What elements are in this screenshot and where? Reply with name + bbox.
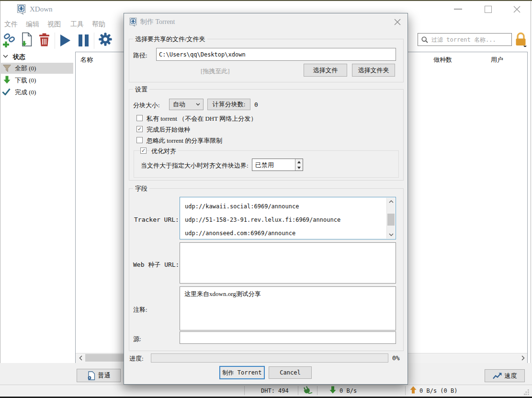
download-arrow-icon xyxy=(3,76,11,84)
private-torrent-checkbox[interactable] xyxy=(136,115,143,121)
source-input[interactable] xyxy=(180,332,396,343)
calc-pieces-button[interactable]: 计算分块数: xyxy=(207,99,250,110)
document-gear-icon xyxy=(87,371,95,380)
scroll-right-icon[interactable] xyxy=(519,354,527,362)
statusbar-separator xyxy=(244,386,245,395)
pause-icon[interactable] xyxy=(78,34,89,46)
search-input[interactable] xyxy=(430,36,511,44)
piece-size-value: 自动 xyxy=(170,100,196,109)
toolbar-separator xyxy=(94,33,94,49)
tracker-scrollbar-thumb[interactable] xyxy=(387,214,395,226)
piece-count: 0 xyxy=(254,101,258,108)
scroll-up-icon[interactable] xyxy=(387,198,395,205)
comment-value: 这里来自xdown.org测试分享 xyxy=(180,287,396,301)
column-header-name[interactable]: 名称 xyxy=(80,56,93,64)
lock-icon[interactable] xyxy=(514,32,527,47)
filter-icon xyxy=(3,65,11,72)
speed-button[interactable]: 速度 xyxy=(485,369,525,382)
speed-label: 速度 xyxy=(505,372,517,380)
download-speed: 0 B/s xyxy=(340,387,357,394)
resize-grip[interactable] xyxy=(524,389,530,395)
connection-plug-icon xyxy=(303,386,313,395)
path-input[interactable] xyxy=(157,48,396,60)
delete-icon[interactable] xyxy=(39,33,50,46)
maximize-button[interactable] xyxy=(485,6,492,13)
sidebar-item-all[interactable]: 全部 (0) xyxy=(0,63,73,74)
piece-size-dropdown[interactable]: 自动 xyxy=(169,99,204,110)
source-label: 源: xyxy=(133,335,141,343)
close-button[interactable] xyxy=(513,5,521,13)
align-boundary-value: 已禁用 xyxy=(252,159,295,171)
scroll-down-icon[interactable] xyxy=(387,231,395,239)
start-icon[interactable] xyxy=(59,34,71,47)
progress-percent: 0% xyxy=(392,354,400,362)
window-title: XDown xyxy=(30,5,53,13)
optimize-align-checkbox[interactable]: ✓ xyxy=(140,148,147,154)
start-seeding-label: 完成后开始做种 xyxy=(147,125,190,134)
statusbar-separator xyxy=(405,386,406,395)
dialog-close-icon[interactable] xyxy=(394,18,401,26)
chevron-down-icon[interactable] xyxy=(3,55,8,58)
make-torrent-button[interactable]: 制作 Torrent xyxy=(219,366,265,379)
app-logo-icon xyxy=(16,4,26,15)
mode-normal-button[interactable]: 普通 xyxy=(77,369,121,382)
upload-speed: 0 B/s (0 B) xyxy=(419,387,457,394)
webseed-value xyxy=(180,243,396,248)
statusbar-separator xyxy=(317,386,317,395)
path-field[interactable] xyxy=(156,48,396,61)
make-torrent-dialog: 制作 Torrent 选择要共享的文件/文件夹 路径: [拖拽至此] 选择文件 … xyxy=(124,13,408,385)
sidebar-item-completed[interactable]: 完成 (0) xyxy=(0,87,73,98)
minimize-button[interactable] xyxy=(454,9,462,10)
webseed-url-label: Web 种子 URL: xyxy=(133,261,179,269)
dht-status: DHT: 494 xyxy=(261,387,289,394)
tracker-url-line: udp://kawaii.social:6969/announce xyxy=(185,200,391,213)
private-torrent-label: 私有 torrent （不会在 DHT 网络上分发） xyxy=(147,114,257,123)
progress-label: 进度: xyxy=(129,354,144,363)
download-speed-icon xyxy=(329,386,336,394)
cancel-button[interactable]: Cancel xyxy=(269,366,312,379)
spinner-buttons[interactable] xyxy=(295,159,303,171)
xdown-app: XDown 文件 编辑 视图 工具 帮助 xyxy=(0,0,532,398)
settings-group-legend: 设置 xyxy=(133,85,149,94)
comment-textarea[interactable]: 这里来自xdown.org测试分享 xyxy=(180,286,396,330)
path-label: 路径: xyxy=(133,51,147,60)
dropdown-chevron-icon xyxy=(196,103,200,106)
column-header-seeds[interactable]: 做种数 xyxy=(433,56,452,64)
spinner-up-icon[interactable] xyxy=(295,159,303,165)
menu-tools[interactable]: 工具 xyxy=(70,20,84,29)
optimize-align-label: 优化对齐 xyxy=(149,147,178,156)
search-icon xyxy=(421,36,428,43)
add-link-icon[interactable] xyxy=(3,33,18,47)
comment-label: 注释: xyxy=(133,306,147,314)
speed-chart-icon xyxy=(493,373,502,379)
tracker-url-label: Tracker URL: xyxy=(134,216,179,223)
tracker-url-textarea[interactable]: udp://kawaii.social:6969/announce udp://… xyxy=(180,197,396,239)
menu-help[interactable]: 帮助 xyxy=(92,20,105,29)
check-icon xyxy=(2,88,11,95)
dialog-title: 制作 Torrent xyxy=(140,18,175,26)
scroll-left-icon[interactable] xyxy=(77,354,84,362)
sidebar-header-status[interactable]: 状态 xyxy=(13,53,25,61)
tracker-scrollbar[interactable] xyxy=(386,198,395,239)
menu-file[interactable]: 文件 xyxy=(4,20,18,29)
ignore-ratio-checkbox[interactable] xyxy=(136,137,143,143)
filter-search-box[interactable] xyxy=(418,33,512,46)
spinner-down-icon[interactable] xyxy=(295,165,303,171)
start-seeding-checkbox[interactable]: ✓ xyxy=(136,126,143,132)
menu-edit[interactable]: 编辑 xyxy=(26,20,39,29)
sidebar-item-downloading[interactable]: 下载 (0) xyxy=(0,75,73,86)
sidebar-item-label: 全部 (0) xyxy=(15,64,36,73)
piece-size-label: 分块大小: xyxy=(133,101,160,110)
menu-view[interactable]: 视图 xyxy=(47,20,61,29)
source-field[interactable] xyxy=(180,331,396,344)
settings-gear-icon[interactable] xyxy=(98,32,113,46)
column-header-users[interactable]: 用户 xyxy=(491,56,503,64)
new-task-icon[interactable] xyxy=(21,32,33,47)
align-boundary-spinner[interactable]: 已禁用 xyxy=(252,159,303,171)
select-file-button[interactable]: 选择文件 xyxy=(304,64,347,77)
tracker-url-line: udp://anonseed.com:6969/announce xyxy=(185,227,391,240)
webseed-textarea[interactable] xyxy=(180,242,396,284)
select-folder-button[interactable]: 选择文件夹 xyxy=(352,64,395,77)
sidebar-item-label: 完成 (0) xyxy=(15,88,36,97)
upload-speed-icon xyxy=(410,386,417,394)
